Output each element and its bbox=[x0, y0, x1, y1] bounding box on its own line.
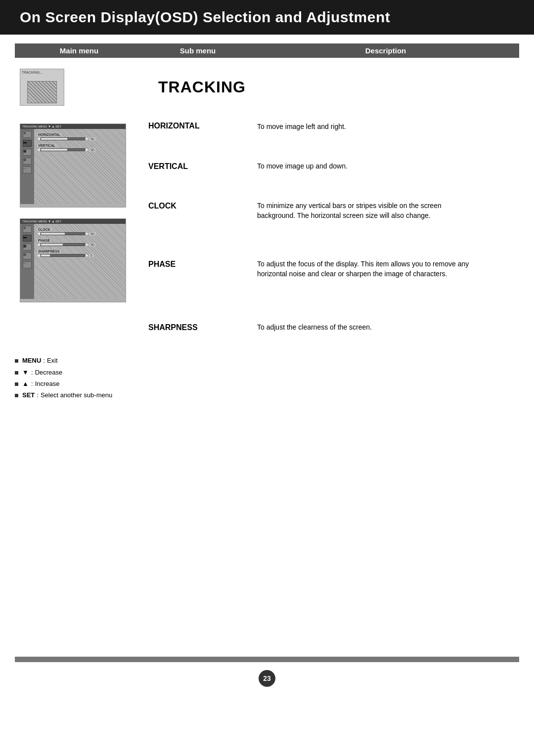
osd-panel-1-topbar: TRACKING MENU ▼ ▲ SET bbox=[20, 124, 126, 129]
col-header-main: Main menu bbox=[15, 46, 143, 55]
submenu-phase: PHASE bbox=[148, 259, 252, 308]
desc-phase: To adjust the focus of the display. This… bbox=[257, 259, 470, 308]
legend-set: SET : Select another sub-menu bbox=[15, 389, 143, 401]
osd-sidebar-icon-1: ✳ bbox=[23, 131, 32, 138]
osd-item-clock: CLOCK ◀ ▶ 50 bbox=[37, 228, 124, 236]
osd-sidebar-icon-p3: ▦ bbox=[23, 244, 32, 251]
legend: MENU : Exit ▼ : Decrease ▲ : Increase bbox=[15, 355, 143, 401]
submenu-sharpness: SHARPNESS bbox=[148, 322, 252, 332]
osd-sidebar-icon-4: ⚙ bbox=[23, 158, 32, 165]
submenu-horizontal: HORIZONTAL bbox=[148, 122, 252, 147]
legend-up: ▲ : Increase bbox=[15, 378, 143, 389]
osd-sidebar-icon-2: ▬ bbox=[23, 140, 32, 147]
osd-item-vertical: VERTICAL ◀ ▶ 50 bbox=[37, 144, 124, 152]
osd-panel-2: TRACKING MENU ▼ ▲ SET ✳ ▬ ▦ ⚙ ··· CLOCK bbox=[20, 218, 126, 302]
tracking-icon-label: TRACKING... bbox=[22, 71, 43, 74]
osd-sidebar-icon-3: ▦ bbox=[23, 149, 32, 156]
tracking-icon: TRACKING... bbox=[20, 69, 64, 106]
osd-panel-1-main: HORIZONTAL ◀ ▶ 50 VERTICAL bbox=[34, 129, 126, 204]
osd-sidebar-icon-p2: ▬ bbox=[23, 235, 32, 242]
osd-sidebar-icon-p4: ⚙ bbox=[23, 252, 32, 259]
osd-item-phase: PHASE ◀ ▶ 50 bbox=[37, 239, 124, 247]
submenu-vertical: VERTICAL bbox=[148, 161, 252, 187]
osd-panel-2-main: CLOCK ◀ ▶ 50 PHASE bbox=[34, 224, 126, 299]
osd-sidebar-icon-p1: ✳ bbox=[23, 226, 32, 233]
desc-clock: To minimize any vertical bars or stripes… bbox=[257, 201, 470, 245]
col-header-sub: Sub menu bbox=[143, 46, 252, 55]
legend-down: ▼ : Decrease bbox=[15, 367, 143, 378]
page-title: On Screen Display(OSD) Selection and Adj… bbox=[0, 0, 534, 35]
osd-panel-1-sidebar: ✳ ▬ ▦ ⚙ ··· bbox=[20, 129, 34, 204]
bottom-bar bbox=[15, 657, 519, 662]
page-number: 23 bbox=[259, 670, 275, 687]
desc-horizontal: To move image left and right. bbox=[257, 122, 470, 147]
column-headers: Main menu Sub menu Description bbox=[15, 43, 519, 58]
osd-item-horizontal: HORIZONTAL ◀ ▶ 50 bbox=[37, 133, 124, 141]
osd-panel-1: TRACKING MENU ▼ ▲ SET ✳ ▬ ▦ ⚙ ··· HORIZO… bbox=[20, 124, 126, 208]
desc-sharpness: To adjust the clearness of the screen. bbox=[257, 322, 470, 332]
submenu-clock: CLOCK bbox=[148, 201, 252, 245]
tracking-heading: TRACKING bbox=[158, 78, 246, 96]
osd-sidebar-icon-5: ··· bbox=[23, 167, 32, 173]
legend-menu: MENU : Exit bbox=[15, 355, 143, 366]
tracking-icon-pattern bbox=[27, 81, 57, 103]
osd-panel-2-sidebar: ✳ ▬ ▦ ⚙ ··· bbox=[20, 224, 34, 299]
osd-item-sharpness: SHARPNESS ◀ ▶ 5 bbox=[37, 250, 124, 257]
col-header-desc: Description bbox=[252, 46, 519, 55]
osd-panel-2-topbar: TRACKING MENU ▼ ▲ SET bbox=[20, 219, 126, 224]
osd-sidebar-icon-p5: ··· bbox=[23, 261, 32, 268]
desc-vertical: To move image up and down. bbox=[257, 161, 470, 187]
